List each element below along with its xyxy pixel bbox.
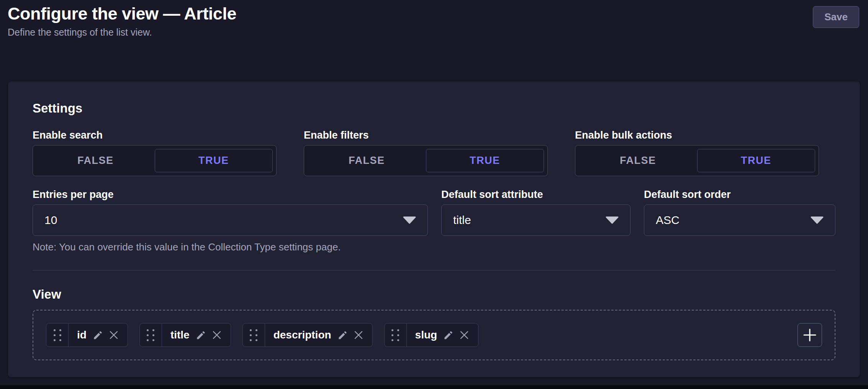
settings-card: Settings Enable search FALSE TRUE Enable… <box>8 82 860 377</box>
chevron-down-icon <box>606 216 619 224</box>
field-default-sort-attribute: Default sort attribute title <box>441 188 631 253</box>
edit-field-button[interactable] <box>93 330 103 340</box>
edit-field-button[interactable] <box>337 330 348 340</box>
toggle-enable-bulk-actions: FALSE TRUE <box>575 145 819 176</box>
settings-heading: Settings <box>33 101 835 116</box>
close-icon <box>460 330 469 340</box>
drag-handle[interactable] <box>243 324 265 347</box>
toggle-option-true[interactable]: TRUE <box>697 149 816 172</box>
remove-field-button[interactable] <box>460 330 469 340</box>
toggle-option-false[interactable]: FALSE <box>579 149 697 172</box>
drag-handle[interactable] <box>385 324 407 347</box>
field-enable-search: Enable search FALSE TRUE <box>33 129 277 176</box>
field-label: Default sort order <box>644 188 835 201</box>
toggle-row: Enable search FALSE TRUE Enable filters … <box>33 129 835 176</box>
page-header: Configure the view — Article Define the … <box>0 0 868 37</box>
toggle-enable-search: FALSE TRUE <box>33 145 277 176</box>
toggle-enable-filters: FALSE TRUE <box>304 145 548 176</box>
field-chip-description: description <box>242 323 373 347</box>
chip-label: description <box>274 329 331 341</box>
chip-label: title <box>170 329 190 341</box>
chip-body: id <box>69 324 128 347</box>
field-label: Entries per page <box>33 188 428 201</box>
field-label: Enable filters <box>304 129 548 141</box>
remove-field-button[interactable] <box>354 330 363 340</box>
close-icon <box>354 330 363 340</box>
toggle-option-false[interactable]: FALSE <box>36 149 155 172</box>
pencil-icon <box>196 330 206 340</box>
plus-icon <box>802 328 817 342</box>
pencil-icon <box>443 330 454 340</box>
view-fields-dropzone: id title <box>33 310 835 360</box>
page-subtitle: Define the settings of the list view. <box>8 26 860 38</box>
field-label: Enable bulk actions <box>575 129 819 141</box>
drag-handle[interactable] <box>46 324 69 347</box>
toggle-option-false[interactable]: FALSE <box>308 149 426 172</box>
toggle-option-true[interactable]: TRUE <box>155 149 273 172</box>
pencil-icon <box>337 330 348 340</box>
entries-per-page-select[interactable]: 10 <box>33 204 428 236</box>
edit-field-button[interactable] <box>443 330 454 340</box>
default-sort-attribute-select[interactable]: title <box>441 204 631 236</box>
field-entries-per-page: Entries per page 10 Note: You can overri… <box>33 188 428 253</box>
drag-handle[interactable] <box>140 324 162 347</box>
drag-handle-icon <box>54 329 61 341</box>
field-chip-slug: slug <box>384 323 479 347</box>
select-row: Entries per page 10 Note: You can overri… <box>33 188 835 253</box>
field-enable-bulk-actions: Enable bulk actions FALSE TRUE <box>575 129 819 176</box>
entries-per-page-note: Note: You can override this value in the… <box>33 241 428 253</box>
drag-handle-icon <box>147 329 154 341</box>
select-value: ASC <box>656 214 680 227</box>
select-value: 10 <box>44 214 57 227</box>
chip-body: title <box>162 324 231 347</box>
field-default-sort-order: Default sort order ASC <box>644 188 835 253</box>
add-field-button[interactable] <box>798 323 822 347</box>
chevron-down-icon <box>811 216 824 224</box>
pencil-icon <box>93 330 103 340</box>
close-icon <box>109 330 118 340</box>
section-divider <box>33 270 835 271</box>
drag-handle-icon <box>391 329 399 341</box>
field-enable-filters: Enable filters FALSE TRUE <box>304 129 548 176</box>
viewport-bottom-edge <box>0 385 868 389</box>
drag-handle-icon <box>250 329 257 341</box>
select-value: title <box>453 214 471 227</box>
toggle-option-true[interactable]: TRUE <box>426 149 544 172</box>
field-chip-id: id <box>46 323 128 347</box>
field-label: Enable search <box>33 129 277 141</box>
chip-body: description <box>265 324 372 347</box>
chip-label: id <box>77 329 87 341</box>
close-icon <box>212 330 221 340</box>
default-sort-order-select[interactable]: ASC <box>644 204 835 236</box>
remove-field-button[interactable] <box>109 330 118 340</box>
chip-label: slug <box>415 329 437 341</box>
field-chip-title: title <box>139 323 231 347</box>
view-heading: View <box>33 287 835 302</box>
chip-body: slug <box>407 324 478 347</box>
edit-field-button[interactable] <box>196 330 206 340</box>
field-label: Default sort attribute <box>441 188 631 201</box>
chevron-down-icon <box>403 216 416 224</box>
save-button[interactable]: Save <box>813 6 859 28</box>
remove-field-button[interactable] <box>212 330 221 340</box>
page-title: Configure the view — Article <box>8 4 860 24</box>
